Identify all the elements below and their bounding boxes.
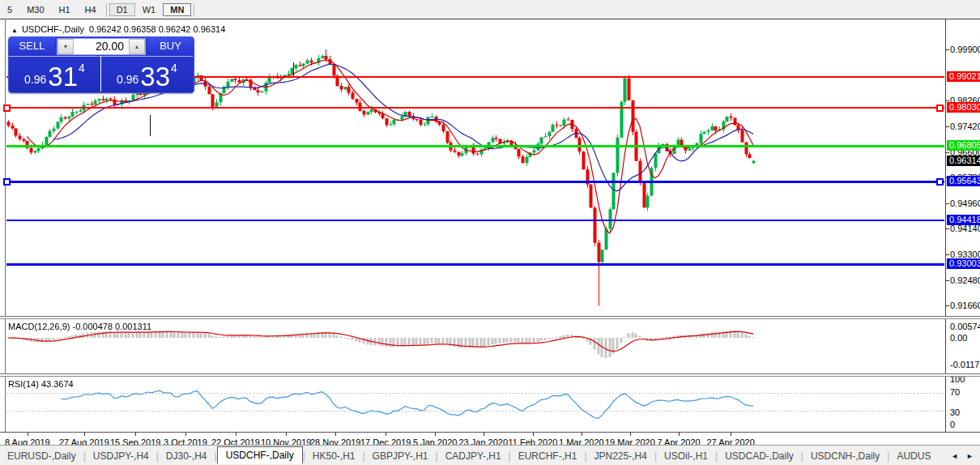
symbol-tab-usdcnh-daily[interactable]: USDCNH-,Daily — [803, 448, 887, 464]
date-axis-tickmark — [731, 433, 731, 436]
chart-object-mark[interactable] — [150, 115, 151, 136]
price-axis-tickmark — [945, 126, 949, 127]
symbol-tab-jpn225-h4[interactable]: JPN225-,H4 — [587, 448, 654, 464]
date-axis-tickmark — [533, 433, 534, 436]
symbol-tab-eurchf-h1[interactable]: EURCHF-,H1 — [511, 448, 585, 464]
symbol-tab-usoil-h1[interactable]: USOil-,H1 — [657, 448, 715, 464]
symbol-tab-gbpjpy-h1[interactable]: GBPJPY-,H1 — [365, 448, 436, 464]
price-axis-tickmark — [945, 228, 949, 229]
bid-price-point: 4 — [79, 62, 85, 75]
rsi-pane-splitter[interactable] — [0, 373, 980, 377]
symbol-tab-usdchf-daily[interactable]: USDCHF-,Daily — [217, 446, 303, 464]
price-axis-tickmark — [945, 254, 949, 255]
toolbar-separator — [106, 3, 107, 16]
tab-scroll-left-icon[interactable]: ◄ — [951, 452, 958, 460]
volume-increase-icon[interactable]: ▲ — [129, 39, 145, 54]
ask-price-pips: 33 — [140, 65, 170, 89]
macd-axis-label: 0.00 — [950, 333, 980, 343]
level-price-label: 0.93003 — [947, 258, 980, 269]
date-axis-tickmark — [236, 433, 236, 436]
price-axis-tick-label: 0.94960 — [950, 198, 980, 208]
timeframe-button-d1[interactable]: D1 — [109, 3, 135, 16]
macd-indicator-label: MACD(12,26,9) -0.000478 0.001311 — [8, 322, 151, 331]
bid-price-prefix: 0.96 — [24, 73, 46, 86]
bid-price-box[interactable]: 0.96 31 4 — [9, 56, 101, 92]
price-axis-tick-label: 0.92480 — [950, 275, 980, 285]
price-axis-line — [945, 19, 946, 432]
buy-button[interactable]: BUY — [147, 37, 194, 56]
line-handle-left[interactable] — [3, 178, 11, 186]
rsi-axis-label: 70 — [950, 387, 980, 397]
price-axis-tickmark — [945, 100, 949, 101]
line-handle-left[interactable] — [3, 105, 11, 112]
symbol-tab-eurusd-daily[interactable]: EURUSD-,Daily — [0, 448, 83, 464]
symbol-tab-audus[interactable]: AUDUS — [889, 448, 938, 464]
symbol-tab-cadjpy-h1[interactable]: CADJPY-,H1 — [438, 448, 509, 464]
timeframe-button-h1[interactable]: H1 — [52, 3, 78, 16]
timeframe-button-m30[interactable]: M30 — [19, 3, 51, 16]
price-axis-tickmark — [945, 203, 949, 204]
level-price-label: 0.99021 — [947, 71, 980, 82]
one-click-trading-panel: SELL ▼ 20.00 ▲ BUY 0.96 31 4 0.96 33 4 — [8, 36, 194, 93]
date-axis-tickmark — [84, 433, 85, 436]
timeframe-button-5[interactable]: 5 — [0, 3, 19, 16]
date-axis-tickmark — [582, 433, 582, 436]
symbol-tab-usdjpy-h4[interactable]: USDJPY-,H4 — [86, 448, 156, 464]
date-axis-tickmark — [335, 433, 336, 436]
chart-window: ▲USDCHF-,Daily 0.96242 0.96358 0.96242 0… — [0, 19, 980, 445]
horizontal-level-line[interactable] — [6, 107, 944, 109]
timeframe-button-mn[interactable]: MN — [163, 3, 191, 16]
price-axis-tickmark — [945, 49, 949, 50]
symbol-tab-dj30-h4[interactable]: DJ30-,H4 — [159, 448, 215, 464]
horizontal-level-line[interactable] — [6, 181, 944, 183]
tab-scroll-controls: ◄► — [951, 452, 980, 460]
timeframe-button-h4[interactable]: H4 — [78, 3, 104, 16]
horizontal-level-line[interactable] — [6, 145, 944, 147]
ask-price-point: 4 — [171, 62, 177, 75]
horizontal-level-line[interactable] — [6, 220, 944, 221]
price-axis-tickmark — [945, 280, 949, 281]
macd-axis-label: -0.011738 — [950, 360, 980, 369]
date-axis-tickmark — [185, 433, 186, 436]
price-axis-tickmark — [945, 152, 949, 153]
ask-price-prefix: 0.96 — [117, 73, 138, 86]
rsi-indicator-label: RSI(14) 43.3674 — [8, 379, 74, 389]
macd-pane-splitter[interactable] — [0, 316, 980, 319]
line-handle-right[interactable] — [936, 178, 944, 186]
date-axis-tickmark — [484, 433, 484, 436]
bid-price-pips: 31 — [48, 65, 78, 89]
price-axis-tick-label: 0.91660 — [950, 301, 980, 310]
date-axis-tickmark — [435, 433, 436, 436]
date-axis-tickmark — [630, 433, 631, 436]
volume-decrease-icon[interactable]: ▼ — [58, 39, 74, 54]
sell-button[interactable]: SELL — [9, 37, 55, 56]
timeframe-toolbar: 5M30H1H4D1W1MN — [0, 0, 980, 19]
price-axis-tickmark — [945, 305, 949, 306]
collapse-triangle-icon[interactable]: ▲ — [11, 27, 18, 34]
current-price-label: 0.96314 — [947, 156, 980, 166]
price-axis-tick-label: 0.99900 — [950, 45, 980, 54]
chart-tab-bar: EURUSD-,Daily|USDJPY-,H4|DJ30-,H4|USDCHF… — [0, 445, 980, 465]
level-price-label: 0.95643 — [947, 176, 980, 186]
date-axis-tickmark — [679, 433, 680, 436]
tab-scroll-right-icon[interactable]: ► — [966, 452, 974, 460]
level-price-label: 0.94418 — [947, 215, 980, 225]
timeframe-button-w1[interactable]: W1 — [135, 3, 164, 16]
line-handle-right[interactable] — [936, 105, 944, 112]
price-axis-tick-label: 0.97420 — [950, 122, 980, 131]
chart-ohlc-values: 0.96242 0.96358 0.96242 0.96314 — [89, 24, 225, 34]
symbol-tab-usdcad-daily[interactable]: USDCAD-,Daily — [718, 448, 801, 464]
horizontal-level-line[interactable] — [6, 263, 944, 266]
date-axis-tickmark — [28, 433, 28, 436]
rsi-axis-label: 0 — [950, 420, 980, 429]
toolbar-separator — [194, 3, 194, 16]
ask-price-box[interactable]: 0.96 33 4 — [101, 56, 193, 92]
date-axis-tickmark — [386, 433, 386, 436]
chart-object-mark[interactable] — [293, 62, 294, 77]
date-axis-line — [0, 432, 980, 433]
rsi-axis-label: 30 — [950, 407, 980, 417]
symbol-tab-hk50-h1[interactable]: HK50-,H1 — [305, 448, 363, 464]
volume-input[interactable]: 20.00 — [74, 39, 129, 54]
chart-title: ▲USDCHF-,Daily 0.96242 0.96358 0.96242 0… — [11, 24, 225, 34]
level-price-label: 0.98030 — [947, 102, 980, 113]
